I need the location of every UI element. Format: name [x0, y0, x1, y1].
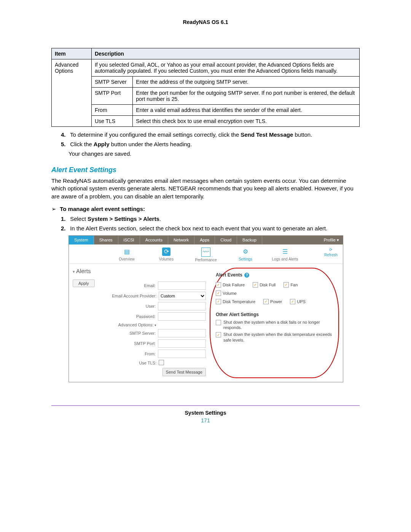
gear-icon: ⚙ [241, 248, 250, 256]
tab-cloud[interactable]: Cloud [215, 236, 237, 244]
cbx-disk-temp[interactable]: ✓Disk Temperature [216, 299, 255, 304]
procedure-lead: ➢ To manage alert event settings: [51, 206, 360, 212]
lbl-from: From: [145, 351, 156, 356]
tab-system[interactable]: System [69, 236, 94, 244]
lbl-smtp-port: SMTP Port: [134, 341, 156, 346]
procedure-lead-text: To manage alert event settings: [60, 206, 145, 212]
step-4-pre: To determine if you configured the email… [70, 131, 241, 138]
icon-bar: ▤ Overview ⟳ Volumes 〰 Performance ⚙ Set… [69, 244, 343, 264]
tab-shares[interactable]: Shares [94, 236, 118, 244]
help-icon[interactable]: ? [244, 273, 249, 278]
th-item: Item [52, 48, 92, 59]
refresh-icon: ⟳ [329, 248, 332, 252]
smtp-port-input[interactable] [158, 339, 206, 348]
refresh-label: Refresh [324, 253, 338, 257]
screenshot: System Shares iSCSI Accounts Network App… [68, 235, 343, 382]
td-advanced-options: Advanced Options [52, 59, 92, 127]
iconbar-settings[interactable]: ⚙ Settings [232, 248, 259, 262]
proc-step-1: 1. Select System > Settings > Alerts. [61, 216, 360, 222]
step-5-bold: Apply [94, 141, 110, 147]
volumes-label: Volumes [159, 257, 174, 261]
td-smtp-port-k: SMTP Port [91, 88, 132, 105]
td-smtp-server-v: Enter the address of the outgoing SMTP s… [133, 77, 360, 88]
section-para: The ReadyNAS automatically generates ema… [51, 177, 360, 200]
lbl-provider: Email Account Provider: [112, 294, 156, 298]
td-tls-k: Use TLS [91, 116, 132, 127]
td-smtp-server-k: SMTP Server [91, 77, 132, 88]
iconbar-performance[interactable]: 〰 Performance [193, 248, 219, 262]
cbx-disk-failure[interactable]: ✓Disk Failure [216, 282, 245, 288]
cbx-power[interactable]: ✓Power [263, 299, 282, 304]
other-line-1[interactable]: Shut down the system when a disk fails o… [216, 320, 333, 331]
alert-events-heading: Alert Events [216, 272, 242, 278]
send-test-message-button[interactable]: Send Test Message [162, 368, 206, 376]
step-5-pre: Click the [70, 141, 94, 147]
apply-button[interactable]: Apply [73, 280, 95, 287]
step-5-post: button under the Alerts heading. [110, 141, 192, 147]
step-4: 4. To determine if you configured the em… [61, 131, 360, 138]
other-alert-heading: Other Alert Settings [216, 312, 333, 317]
th-desc: Description [91, 48, 359, 59]
footer-rule [51, 405, 360, 406]
td-from-k: From [91, 105, 132, 116]
td-adv-desc: If you selected Gmail, AOL, or Yahoo as … [91, 59, 359, 77]
provider-select[interactable]: Custom [159, 292, 206, 300]
cbx-fan[interactable]: ✓Fan [284, 282, 298, 288]
volumes-icon: ⟳ [162, 248, 170, 256]
tab-profile[interactable]: Profile ▾ [320, 236, 343, 244]
section-title: Alert Event Settings [51, 166, 360, 174]
performance-label: Performance [195, 258, 217, 262]
password-input[interactable] [158, 312, 206, 321]
footer-page: 171 [51, 417, 360, 423]
email-input[interactable] [158, 281, 206, 290]
td-smtp-port-v: Enter the port number for the outgoing S… [133, 88, 360, 105]
lbl-user: User: [146, 304, 156, 308]
smtp-server-input[interactable] [158, 329, 206, 337]
tab-iscsi[interactable]: iSCSI [118, 236, 140, 244]
performance-icon: 〰 [201, 248, 210, 257]
cbx-disk-full[interactable]: ✓Disk Full [253, 282, 276, 288]
lbl-advanced[interactable]: Advanced Options: [118, 323, 156, 327]
lbl-smtp-server: SMTP Server: [129, 331, 156, 335]
tab-network[interactable]: Network [168, 236, 194, 244]
other-line-2[interactable]: ✓ Shut down the system when the disk tem… [216, 332, 333, 343]
cbx-volume[interactable]: ✓Volume [216, 291, 237, 296]
td-from-v: Enter a valid email address that identif… [133, 105, 360, 116]
iconbar-refresh[interactable]: ⟳ Refresh [324, 248, 338, 257]
cbx-ups[interactable]: ✓UPS [290, 299, 306, 304]
overview-icon: ▤ [123, 248, 131, 256]
lbl-tls: Use TLS: [139, 361, 156, 365]
top-tabs: System Shares iSCSI Accounts Network App… [69, 236, 343, 244]
tab-accounts[interactable]: Accounts [140, 236, 168, 244]
proc-1-post: . [159, 216, 161, 222]
from-input[interactable] [158, 350, 206, 358]
iconbar-volumes[interactable]: ⟳ Volumes [153, 248, 180, 262]
footer-label: System Settings [51, 410, 360, 416]
proc-2-text: In the Alert Events section, select the … [70, 225, 327, 232]
arrow-icon: ➢ [51, 206, 58, 212]
lbl-password: Password: [136, 314, 156, 319]
step-5: 5. Click the Apply button under the Aler… [61, 141, 360, 147]
logs-label: Logs and Alerts [272, 257, 298, 261]
alert-events-panel: Alert Events ? ✓Disk Failure ✓Disk Full … [210, 268, 339, 378]
td-tls-v: Select this check box to use email encry… [133, 116, 360, 127]
advanced-options-table: Item Description Advanced Options If you… [51, 48, 360, 127]
list-icon: ☰ [281, 248, 289, 256]
proc-step-2: 2. In the Alert Events section, select t… [61, 225, 360, 232]
tab-apps[interactable]: Apps [194, 236, 215, 244]
settings-label: Settings [239, 257, 252, 261]
proc-1-bold: System > Settings > Alerts [88, 216, 159, 222]
doc-header: ReadyNAS OS 6.1 [51, 19, 360, 25]
iconbar-logs[interactable]: ☰ Logs and Alerts [272, 248, 298, 262]
tls-checkbox[interactable] [159, 360, 164, 365]
alerts-heading[interactable]: Alerts [73, 268, 206, 274]
lbl-email: Email: [144, 283, 156, 288]
user-input[interactable] [158, 302, 206, 310]
tab-backup[interactable]: Backup [237, 236, 262, 244]
step-5-note: Your changes are saved. [68, 150, 360, 157]
proc-1-pre: Select [70, 216, 88, 222]
step-4-post: button. [293, 131, 312, 138]
overview-label: Overview [119, 257, 135, 261]
step-4-bold: Send Test Message [241, 131, 293, 138]
iconbar-overview[interactable]: ▤ Overview [113, 248, 140, 262]
